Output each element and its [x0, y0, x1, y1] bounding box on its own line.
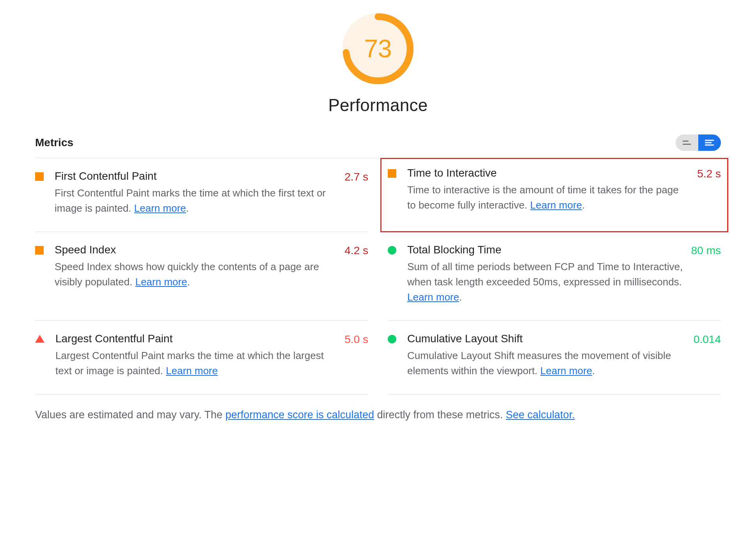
learn-more-link[interactable]: Learn more	[530, 199, 582, 211]
average-square-icon	[388, 169, 396, 178]
average-square-icon	[35, 246, 44, 255]
footnote: Values are estimated and may vary. The p…	[35, 407, 721, 423]
compact-lines-icon	[683, 140, 691, 145]
metric-value: 80 ms	[691, 244, 721, 257]
metric-value: 5.2 s	[697, 168, 721, 180]
metric-description: Largest Contentful Paint marks the time …	[55, 348, 337, 379]
pass-circle-icon	[388, 246, 396, 255]
score-value: 73	[341, 12, 415, 86]
learn-more-link[interactable]: Learn more	[540, 365, 592, 377]
metric-title: Largest Contentful Paint	[55, 333, 337, 345]
learn-more-link[interactable]: Learn more	[134, 202, 186, 214]
calc-link[interactable]: performance score is calculated	[225, 409, 374, 421]
metric-fcp: First Contentful PaintFirst Contentful P…	[35, 158, 368, 232]
metric-value: 5.0 s	[344, 333, 368, 346]
learn-more-link[interactable]: Learn more	[407, 291, 459, 303]
expanded-view-button[interactable]	[698, 134, 721, 151]
compact-view-button[interactable]	[676, 134, 698, 151]
learn-more-link[interactable]: Learn more	[135, 276, 187, 288]
metric-tti: Time to InteractiveTime to interactive i…	[381, 158, 728, 232]
see-calculator-link[interactable]: See calculator.	[506, 409, 575, 421]
metric-si: Speed IndexSpeed Index shows how quickly…	[35, 232, 368, 321]
metric-description: First Contentful Paint marks the time at…	[55, 186, 337, 216]
score-gauge: 73	[341, 12, 415, 86]
metric-title: First Contentful Paint	[55, 170, 337, 182]
metric-description: Time to interactive is the amount of tim…	[407, 182, 689, 213]
metric-description: Sum of all time periods between FCP and …	[407, 259, 683, 305]
score-gauge-section: 73 Performance	[35, 12, 721, 115]
metric-title: Time to Interactive	[407, 167, 689, 179]
metric-description: Cumulative Layout Shift measures the mov…	[407, 348, 686, 379]
metric-description: Speed Index shows how quickly the conten…	[55, 259, 337, 290]
footnote-text: Values are estimated and may vary. The	[35, 409, 225, 421]
learn-more-link[interactable]: Learn more	[166, 365, 218, 377]
metric-cls: Cumulative Layout ShiftCumulative Layout…	[388, 321, 721, 394]
metric-title: Speed Index	[55, 244, 337, 256]
average-square-icon	[35, 172, 44, 181]
metric-value: 4.2 s	[344, 244, 368, 257]
fail-triangle-icon	[35, 335, 44, 343]
footnote-text-2: directly from these metrics.	[374, 409, 506, 421]
metric-value: 2.7 s	[344, 171, 368, 183]
view-toggle	[676, 134, 721, 151]
expanded-lines-icon	[705, 140, 714, 146]
metric-tbt: Total Blocking TimeSum of all time perio…	[388, 232, 721, 321]
pass-circle-icon	[388, 335, 396, 343]
metric-title: Total Blocking Time	[407, 244, 683, 256]
metric-value: 0.014	[694, 333, 721, 346]
score-title: Performance	[35, 96, 721, 115]
metric-title: Cumulative Layout Shift	[407, 333, 686, 345]
metrics-heading: Metrics	[35, 136, 73, 149]
metric-lcp: Largest Contentful PaintLargest Contentf…	[35, 321, 368, 394]
